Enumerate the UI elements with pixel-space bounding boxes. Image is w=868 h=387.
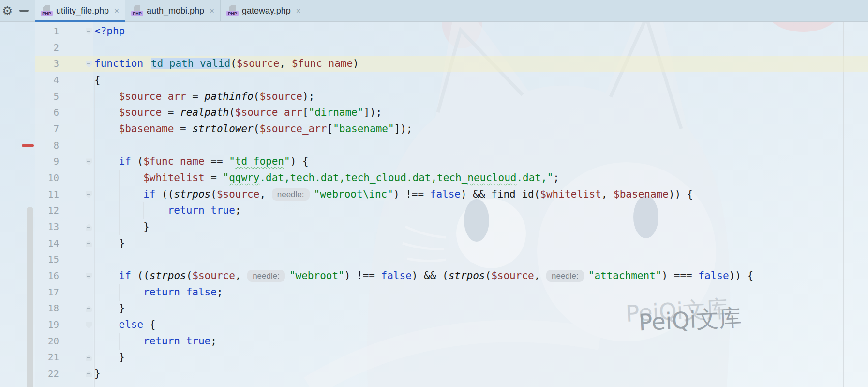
code-text: $basename = strtolower($source_arr["base… bbox=[94, 121, 413, 138]
line-number[interactable]: 1 bbox=[35, 23, 59, 40]
fold-close-icon[interactable] bbox=[86, 224, 92, 231]
code-text: function td_path_valid($source, $func_na… bbox=[94, 56, 359, 72]
code-line-11[interactable]: 11 if ((strpos($source, needle:"webroot\… bbox=[0, 186, 868, 203]
code-text: if ($func_name == "td_fopen") { bbox=[94, 154, 309, 170]
code-text: else { bbox=[94, 317, 155, 333]
php-file-icon: PHP bbox=[41, 5, 53, 16]
fold-open-icon[interactable] bbox=[86, 322, 92, 328]
line-number[interactable]: 16 bbox=[35, 268, 59, 284]
tab-auth-mobi[interactable]: PHP auth_mobi.php × bbox=[125, 0, 221, 21]
fold-open-icon[interactable] bbox=[86, 191, 92, 198]
line-number[interactable]: 18 bbox=[35, 300, 59, 317]
line-number[interactable]: 8 bbox=[35, 138, 59, 154]
parameter-hint: needle: bbox=[546, 270, 584, 282]
code-line-8[interactable]: 8 bbox=[0, 138, 868, 154]
line-number[interactable]: 4 bbox=[35, 72, 59, 89]
code-text: if ((strpos($source, needle:"webroot\inc… bbox=[94, 186, 693, 203]
line-number[interactable]: 3 bbox=[35, 56, 59, 72]
code-line-15[interactable]: 15 bbox=[0, 251, 868, 268]
line-number[interactable]: 20 bbox=[35, 333, 59, 350]
editor-tab-bar: ⚙ PHP utility_file.php × PHP auth_mobi.p… bbox=[0, 0, 868, 22]
code-line-3[interactable]: 3function td_path_valid($source, $func_n… bbox=[0, 56, 868, 72]
code-line-5[interactable]: 5 $source_arr = pathinfo($source); bbox=[0, 89, 868, 105]
code-area: 1<?php23function td_path_valid($source, … bbox=[0, 23, 868, 382]
code-line-20[interactable]: 20 return true; bbox=[0, 333, 868, 350]
vcs-change-marker bbox=[22, 144, 34, 147]
fold-open-icon[interactable] bbox=[86, 158, 92, 165]
code-line-2[interactable]: 2 bbox=[0, 40, 868, 56]
php-file-icon: PHP bbox=[226, 5, 239, 16]
line-number[interactable]: 22 bbox=[35, 366, 59, 382]
code-line-1[interactable]: 1<?php bbox=[0, 23, 868, 40]
code-text: } bbox=[94, 235, 125, 252]
settings-gear-icon[interactable]: ⚙ bbox=[2, 5, 13, 17]
line-number[interactable]: 12 bbox=[35, 202, 59, 219]
line-number[interactable]: 2 bbox=[35, 40, 59, 56]
code-line-18[interactable]: 18 } bbox=[0, 300, 868, 317]
code-text: $whitelist = "qqwry.dat,tech.dat,tech_cl… bbox=[94, 170, 559, 186]
code-text: $source = realpath($source_arr["dirname"… bbox=[94, 105, 382, 121]
tab-bar-corner: ⚙ bbox=[0, 0, 35, 21]
line-number[interactable]: 14 bbox=[35, 235, 59, 252]
code-text: <?php bbox=[94, 23, 125, 40]
tab-utility-file[interactable]: PHP utility_file.php × bbox=[35, 0, 125, 21]
code-text: $source_arr = pathinfo($source); bbox=[94, 89, 314, 105]
code-editor: 1<?php23function td_path_valid($source, … bbox=[0, 21, 868, 387]
parameter-hint: needle: bbox=[272, 188, 310, 201]
code-text: if ((strpos($source, needle:"webroot") !… bbox=[94, 268, 753, 284]
code-line-22[interactable]: 22} bbox=[0, 366, 868, 382]
tab-label: gateway.php bbox=[242, 6, 291, 16]
close-tab-icon[interactable]: × bbox=[296, 7, 301, 15]
line-number[interactable]: 15 bbox=[35, 251, 59, 268]
code-text: return true; bbox=[94, 333, 217, 350]
php-file-icon: PHP bbox=[131, 5, 143, 16]
line-number[interactable]: 7 bbox=[35, 121, 59, 138]
fold-open-icon[interactable] bbox=[86, 273, 92, 279]
line-number[interactable]: 6 bbox=[35, 105, 59, 121]
code-line-10[interactable]: 10 $whitelist = "qqwry.dat,tech.dat,tech… bbox=[0, 170, 868, 186]
ide-window: ⚙ PHP utility_file.php × PHP auth_mobi.p… bbox=[0, 0, 868, 387]
fold-close-icon[interactable] bbox=[86, 354, 92, 361]
line-number[interactable]: 17 bbox=[35, 284, 59, 301]
line-number[interactable]: 5 bbox=[35, 89, 59, 105]
fold-close-icon[interactable] bbox=[86, 305, 92, 312]
fold-close-icon[interactable] bbox=[86, 240, 92, 247]
code-text: return true; bbox=[94, 202, 241, 219]
line-number[interactable]: 11 bbox=[35, 186, 59, 203]
line-number[interactable]: 9 bbox=[35, 154, 59, 170]
line-number[interactable]: 21 bbox=[35, 349, 59, 366]
tab-label: auth_mobi.php bbox=[147, 6, 204, 16]
code-text: } bbox=[94, 219, 150, 235]
close-tab-icon[interactable]: × bbox=[210, 7, 214, 15]
code-line-7[interactable]: 7 $basename = strtolower($source_arr["ba… bbox=[0, 121, 868, 138]
code-text: } bbox=[94, 366, 101, 382]
code-line-6[interactable]: 6 $source = realpath($source_arr["dirnam… bbox=[0, 105, 868, 121]
tab-gateway[interactable]: PHP gateway.php × bbox=[221, 0, 307, 21]
code-text: } bbox=[94, 349, 125, 366]
line-number[interactable]: 13 bbox=[35, 219, 59, 235]
code-text: } bbox=[94, 300, 125, 317]
parameter-hint: needle: bbox=[247, 270, 285, 282]
close-tab-icon[interactable]: × bbox=[114, 7, 119, 15]
code-line-12[interactable]: 12 return true; bbox=[0, 202, 868, 219]
code-line-4[interactable]: 4{ bbox=[0, 72, 868, 89]
fold-close-icon[interactable] bbox=[86, 371, 92, 377]
code-text: { bbox=[94, 72, 101, 89]
code-line-17[interactable]: 17 return false; bbox=[0, 284, 868, 301]
code-line-13[interactable]: 13 } bbox=[0, 219, 868, 235]
line-number[interactable]: 10 bbox=[35, 170, 59, 186]
code-line-19[interactable]: 19 else { bbox=[0, 317, 868, 333]
code-line-21[interactable]: 21 } bbox=[0, 349, 868, 366]
tab-label: utility_file.php bbox=[56, 6, 109, 16]
code-line-16[interactable]: 16 if ((strpos($source, needle:"webroot"… bbox=[0, 268, 868, 284]
code-text: return false; bbox=[94, 284, 223, 301]
code-line-14[interactable]: 14 } bbox=[0, 235, 868, 252]
fold-open-icon[interactable] bbox=[86, 28, 92, 35]
minimize-icon[interactable] bbox=[19, 10, 29, 12]
line-number[interactable]: 19 bbox=[35, 317, 59, 333]
text-caret bbox=[150, 58, 150, 70]
code-line-9[interactable]: 9 if ($func_name == "td_fopen") { bbox=[0, 154, 868, 170]
